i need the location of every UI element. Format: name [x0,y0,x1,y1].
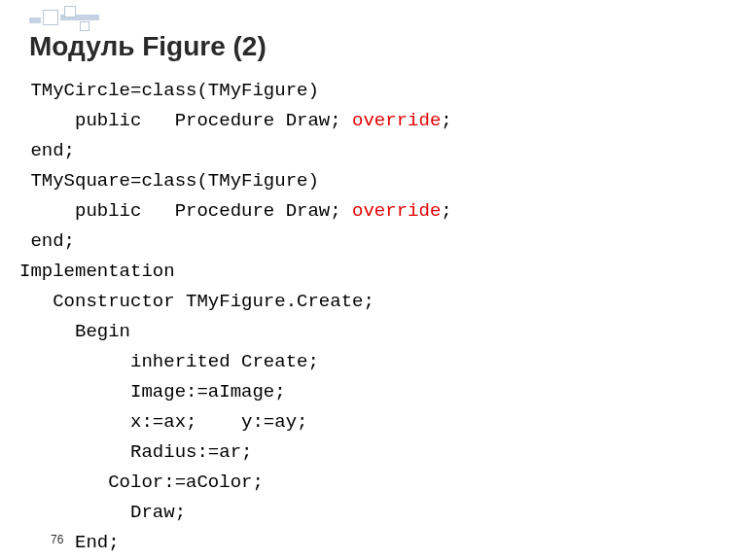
page-number: 76 [51,533,63,546]
code-line: Draw; [19,502,186,523]
code-line: public Procedure Draw; [19,200,352,222]
code-line: Implementation [19,261,175,282]
code-line: TMySquare=class(TMyFigure) [19,170,319,192]
header-decoration [29,6,117,33]
code-line: ; [441,110,451,131]
code-line: x:=ax; y:=ay; [19,411,307,433]
slide-title: Модуль Figure (2) [29,31,267,62]
code-line: end; [19,140,75,161]
code-line: inherited Create; [19,351,319,372]
code-line: ; [441,200,451,222]
code-line: Begin [19,321,130,342]
code-listing: TMyCircle=class(TMyFigure) public Proced… [19,76,452,558]
code-line: Image:=aImage; [19,381,286,402]
keyword-override: override [352,110,441,131]
keyword-override: override [352,200,441,222]
code-line: public Procedure Draw; [19,110,352,131]
code-line: Color:=aColor; [19,472,264,493]
code-line: TMyCircle=class(TMyFigure) [19,80,319,101]
code-line: Radius:=ar; [19,441,252,463]
code-line: End; [19,532,120,553]
code-line: end; [19,230,75,252]
code-line: Constructor TMyFigure.Create; [19,291,374,312]
